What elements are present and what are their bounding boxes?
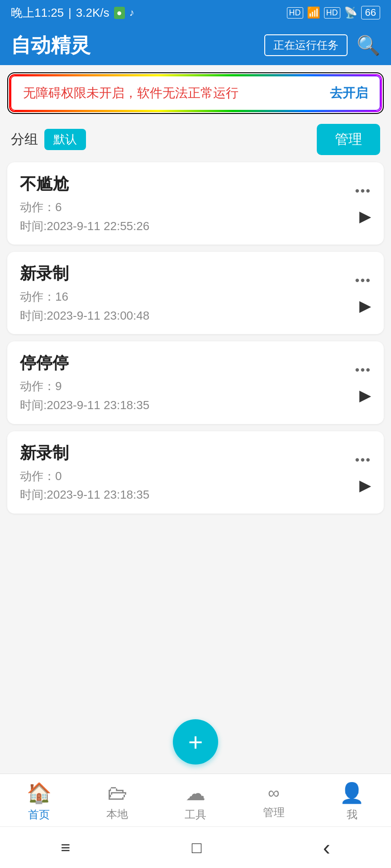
- play-button-2[interactable]: ▶: [359, 386, 371, 404]
- status-network: |: [68, 6, 72, 20]
- sys-menu-button[interactable]: ≡: [61, 838, 70, 857]
- status-time: 晚上11:25: [11, 5, 64, 21]
- fab-container: +: [0, 719, 391, 774]
- task-time-0: 时间:2023-9-11 22:55:26: [20, 217, 355, 236]
- task-name-1: 新录制: [20, 263, 355, 285]
- task-name-2: 停停停: [20, 352, 355, 374]
- infinity-icon: ∞: [268, 783, 280, 802]
- cloud-icon: ☁: [186, 782, 205, 805]
- nav-item-me[interactable]: 👤 我: [325, 781, 379, 822]
- more-button-1[interactable]: •••: [355, 273, 371, 288]
- nav-label-local: 本地: [106, 807, 128, 821]
- warning-action-button[interactable]: 去开启: [330, 85, 368, 102]
- nav-item-home[interactable]: 🏠 首页: [12, 781, 66, 822]
- person-icon: 👤: [339, 781, 364, 805]
- nav-label-me: 我: [347, 807, 358, 822]
- menu-icon: ≡: [61, 838, 70, 857]
- more-button-0[interactable]: •••: [355, 184, 371, 198]
- group-row: 分组 默认 管理: [0, 117, 391, 162]
- app-bar: 自动精灵 正在运行任务 🔍: [0, 25, 391, 65]
- nav-item-local[interactable]: 🗁 本地: [90, 782, 144, 821]
- folder-icon: 🗁: [107, 782, 127, 804]
- more-button-2[interactable]: •••: [355, 363, 371, 377]
- nav-item-tools[interactable]: ☁ 工具: [168, 782, 223, 822]
- status-bar: 晚上11:25 | 3.2K/s ● ♪ HD 📶 HD 📡 66: [0, 0, 391, 25]
- task-time-3: 时间:2023-9-11 23:18:35: [20, 486, 355, 505]
- battery-icon: 66: [361, 6, 380, 19]
- task-card-2: 停停停 动作：9 时间:2023-9-11 23:18:35 ••• ▶: [7, 341, 384, 424]
- task-actions-area-3: ••• ▶: [355, 453, 371, 494]
- task-actions-area-1: ••• ▶: [355, 273, 371, 315]
- app-title: 自动精灵: [11, 32, 91, 59]
- group-label: 分组: [11, 130, 38, 149]
- nav-item-manage[interactable]: ∞ 管理: [247, 783, 301, 820]
- more-button-3[interactable]: •••: [355, 453, 371, 467]
- group-left: 分组 默认: [11, 129, 86, 150]
- warning-banner: 无障碍权限未开启，软件无法正常运行 去开启: [9, 74, 382, 112]
- nav-label-tools: 工具: [185, 807, 206, 822]
- task-card-0: 不尴尬 动作：6 时间:2023-9-11 22:55:26 ••• ▶: [7, 162, 384, 245]
- task-actions-1: 动作：16: [20, 288, 355, 307]
- status-app-icon2: ♪: [129, 7, 134, 19]
- content-spacer: [0, 611, 391, 701]
- play-button-1[interactable]: ▶: [359, 297, 371, 315]
- hd-indicator2: HD: [324, 7, 340, 19]
- play-button-0[interactable]: ▶: [359, 207, 371, 225]
- task-actions-0: 动作：6: [20, 198, 355, 217]
- add-fab-button[interactable]: +: [173, 719, 218, 764]
- task-actions-area-2: ••• ▶: [355, 363, 371, 404]
- sys-home-icon: □: [192, 838, 202, 857]
- task-name-3: 新录制: [20, 442, 355, 464]
- task-info-0: 不尴尬 动作：6 时间:2023-9-11 22:55:26: [20, 173, 355, 236]
- task-actions-2: 动作：9: [20, 377, 355, 396]
- task-actions-area-0: ••• ▶: [355, 184, 371, 225]
- task-actions-3: 动作：0: [20, 467, 355, 486]
- search-button[interactable]: 🔍: [357, 34, 380, 57]
- bottom-nav: 🏠 首页 🗁 本地 ☁ 工具 ∞ 管理 👤 我: [0, 774, 391, 826]
- nav-label-home: 首页: [28, 807, 50, 822]
- nav-label-manage: 管理: [263, 805, 285, 820]
- task-info-2: 停停停 动作：9 时间:2023-9-11 23:18:35: [20, 352, 355, 415]
- task-name-0: 不尴尬: [20, 173, 355, 195]
- play-button-3[interactable]: ▶: [359, 476, 371, 494]
- manage-button[interactable]: 管理: [317, 124, 380, 155]
- task-info-3: 新录制 动作：0 时间:2023-9-11 23:18:35: [20, 442, 355, 505]
- status-right: HD 📶 HD 📡 66: [287, 6, 380, 19]
- status-speed: 3.2K/s: [76, 6, 110, 20]
- task-time-2: 时间:2023-9-11 23:18:35: [20, 396, 355, 415]
- signal-icon: 📶: [307, 6, 320, 19]
- task-card-3: 新录制 动作：0 时间:2023-9-11 23:18:35 ••• ▶: [7, 431, 384, 514]
- running-status-badge: 正在运行任务: [264, 34, 348, 56]
- home-icon: 🏠: [27, 781, 52, 805]
- add-icon: +: [188, 727, 203, 757]
- task-card-1: 新录制 动作：16 时间:2023-9-11 23:00:48 ••• ▶: [7, 252, 384, 334]
- hd-indicator: HD: [287, 7, 303, 19]
- group-badge[interactable]: 默认: [44, 129, 86, 150]
- status-app-icon1: ●: [114, 7, 125, 19]
- status-left: 晚上11:25 | 3.2K/s ● ♪: [11, 5, 134, 21]
- task-info-1: 新录制 动作：16 时间:2023-9-11 23:00:48: [20, 263, 355, 325]
- back-icon: ‹: [323, 835, 330, 859]
- task-list: 不尴尬 动作：6 时间:2023-9-11 22:55:26 ••• ▶ 新录制…: [0, 162, 391, 611]
- sys-nav: ≡ □ ‹: [0, 826, 391, 868]
- sys-home-button[interactable]: □: [192, 838, 202, 857]
- wifi-icon: 📡: [344, 6, 358, 19]
- task-time-1: 时间:2023-9-11 23:00:48: [20, 307, 355, 326]
- app-bar-right: 正在运行任务 🔍: [264, 34, 380, 57]
- sys-back-button[interactable]: ‹: [323, 835, 330, 860]
- warning-text: 无障碍权限未开启，软件无法正常运行: [23, 85, 238, 102]
